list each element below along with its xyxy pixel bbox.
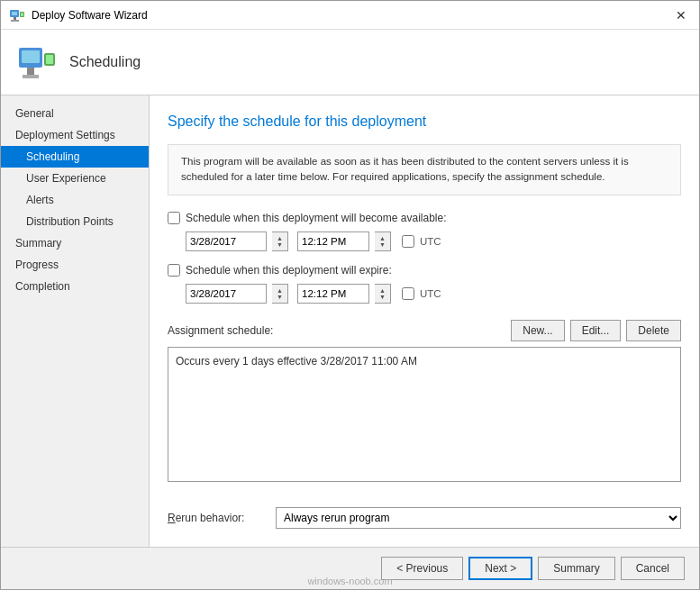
svg-rect-8 <box>27 68 34 75</box>
close-button[interactable]: ✕ <box>670 5 692 26</box>
expire-checkbox[interactable] <box>168 264 180 277</box>
edit-button[interactable]: Edit... <box>570 320 622 341</box>
main-content: Specify the schedule for this deployment… <box>150 95 699 547</box>
previous-button[interactable]: < Previous <box>381 557 463 580</box>
header-icon <box>15 41 59 84</box>
sidebar-item-distribution-points[interactable]: Distribution Points <box>1 211 149 232</box>
rerun-row: Rerun behavior: Always rerun program Nev… <box>168 507 681 529</box>
footer: < Previous Next > Summary Cancel <box>1 547 699 589</box>
expire-time-input[interactable]: 12:12 PM <box>297 284 369 304</box>
title-bar: Deploy Software Wizard ✕ <box>1 1 699 30</box>
available-time-spin[interactable]: ▲▼ <box>375 231 391 251</box>
available-row: Schedule when this deployment will becom… <box>168 212 681 224</box>
svg-rect-7 <box>22 50 40 63</box>
expire-utc-checkbox[interactable] <box>402 287 414 300</box>
available-date-row: 3/28/2017 ▲▼ 12:12 PM ▲▼ UTC <box>186 231 681 251</box>
sidebar: General Deployment Settings Scheduling U… <box>1 95 150 547</box>
assignment-text: Occurs every 1 days effective 3/28/2017 … <box>176 355 417 368</box>
expire-time-spin[interactable]: ▲▼ <box>375 284 391 304</box>
svg-rect-2 <box>14 17 16 20</box>
available-date-input[interactable]: 3/28/2017 <box>186 231 267 251</box>
sidebar-item-deployment-settings[interactable]: Deployment Settings <box>1 124 149 146</box>
app-icon <box>8 6 26 24</box>
assignment-box: Occurs every 1 days effective 3/28/2017 … <box>168 347 681 482</box>
expire-label: Schedule when this deployment will expir… <box>186 264 392 277</box>
available-utc-checkbox[interactable] <box>402 235 414 248</box>
sidebar-item-summary[interactable]: Summary <box>1 232 149 254</box>
assignment-header: Assignment schedule: New... Edit... Dele… <box>168 320 681 341</box>
available-label: Schedule when this deployment will becom… <box>186 212 447 224</box>
svg-rect-11 <box>46 55 53 64</box>
assignment-label: Assignment schedule: <box>168 324 505 337</box>
cancel-button[interactable]: Cancel <box>621 557 685 580</box>
sidebar-item-progress[interactable]: Progress <box>1 254 149 276</box>
expire-date-input[interactable]: 3/28/2017 <box>186 284 267 304</box>
available-checkbox[interactable] <box>168 212 180 224</box>
new-button[interactable]: New... <box>511 320 564 341</box>
expire-row: Schedule when this deployment will expir… <box>168 264 681 277</box>
rerun-select[interactable]: Always rerun program Never rerun deploye… <box>276 507 681 529</box>
wizard-header: Scheduling <box>1 30 699 95</box>
sidebar-item-alerts[interactable]: Alerts <box>1 189 149 211</box>
sidebar-item-user-experience[interactable]: User Experience <box>1 168 149 189</box>
expire-date-spin[interactable]: ▲▼ <box>272 284 288 304</box>
available-date-spin[interactable]: ▲▼ <box>272 231 288 251</box>
next-button[interactable]: Next > <box>468 557 532 580</box>
svg-rect-5 <box>21 13 23 16</box>
svg-rect-1 <box>12 12 17 15</box>
rerun-label: Rerun behavior: <box>168 512 267 524</box>
expire-date-row: 3/28/2017 ▲▼ 12:12 PM ▲▼ UTC <box>186 284 681 304</box>
content-area: General Deployment Settings Scheduling U… <box>1 95 699 547</box>
expire-utc-label: UTC <box>420 288 441 299</box>
assignment-section: Assignment schedule: New... Edit... Dele… <box>168 320 681 499</box>
header-title: Scheduling <box>69 54 141 70</box>
sidebar-item-scheduling[interactable]: Scheduling <box>1 146 149 168</box>
title-bar-text: Deploy Software Wizard <box>32 9 670 22</box>
summary-button[interactable]: Summary <box>538 557 614 580</box>
info-box: This program will be available as soon a… <box>168 144 681 195</box>
sidebar-item-general[interactable]: General <box>1 103 149 124</box>
delete-button[interactable]: Delete <box>626 320 681 341</box>
main-title: Specify the schedule for this deployment <box>168 113 681 130</box>
available-time-input[interactable]: 12:12 PM <box>297 231 369 251</box>
svg-rect-9 <box>23 75 39 78</box>
svg-rect-3 <box>11 20 19 22</box>
available-utc-label: UTC <box>420 236 441 247</box>
sidebar-item-completion[interactable]: Completion <box>1 276 149 297</box>
